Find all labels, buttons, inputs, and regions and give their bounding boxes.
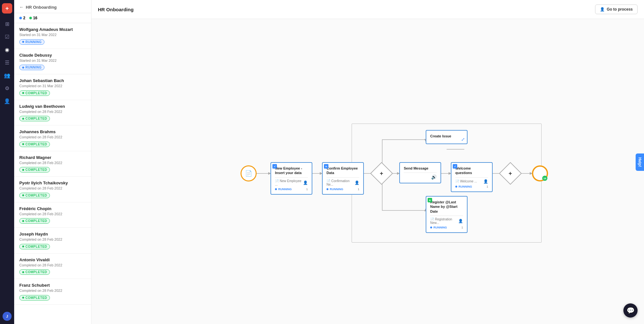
sidebar-item-name: Pyotr Ilyich Tchaikovsky (19, 181, 86, 185)
node-confirm-data[interactable]: H Confirm Employee Data 📄 Confirmation N… (322, 162, 364, 195)
page-title: HR Onboarding (98, 7, 134, 12)
status-dot (22, 67, 24, 69)
icon-sidebar: + ⊞ ☑ ◉ ☰ 👥 ⚙ 👤 J (0, 0, 14, 324)
node-send-message[interactable]: Send Message 🔊 (399, 162, 441, 183)
sidebar-item-status: COMPLETED (19, 269, 50, 275)
sidebar-item-5[interactable]: Richard Wagner Completed on 28 Feb 2022 … (14, 151, 91, 177)
back-arrow-icon: ← (19, 5, 24, 10)
user-avatar[interactable]: J (3, 312, 12, 321)
status-dot (22, 143, 24, 145)
create-issue-icon: ⤢ (461, 136, 465, 142)
main-header: HR Onboarding 👤 Go to process (91, 0, 644, 19)
go-to-process-icon: 👤 (600, 7, 605, 12)
node-new-employee[interactable]: ✓ New Employee - Insert your data 📄 New … (270, 162, 312, 195)
register-title: Register @Last Name by @Start Date (430, 200, 463, 214)
welcome-corner: ✓ (453, 164, 457, 169)
sidebar-item-status: COMPLETED (19, 116, 50, 121)
node-welcome-questions[interactable]: ✓ Welcome questions 📄 Welcome ... 👤 RUNN… (451, 162, 493, 192)
new-employee-user-icon: 👤 (303, 181, 308, 185)
confirm-data-title: Confirm Employee Data (327, 166, 359, 175)
status-dot (22, 169, 24, 171)
node-create-issue[interactable]: Create Issue ⤢ (426, 130, 468, 144)
sidebar-item-9[interactable]: Antonio Vivaldi Completed on 28 Feb 2022… (14, 254, 91, 279)
sidebar-item-name: Wolfgang Amadeus Mozart (19, 27, 86, 32)
node-register-name[interactable]: A Register @Last Name by @Start Date 📄 R… (426, 196, 468, 233)
sidebar-item-10[interactable]: Franz Schubert Completed on 28 Feb 2022 … (14, 279, 91, 305)
sidebar-item-status: COMPLETED (19, 193, 50, 198)
sidebar-item-3[interactable]: Ludwig van Beethoven Completed on 28 Feb… (14, 100, 91, 126)
sidebar-item-status: RUNNING (19, 39, 44, 45)
create-issue-title: Create Issue (430, 134, 463, 138)
new-employee-title: New Employee - Insert your data (275, 166, 308, 175)
confirm-data-corner: H (324, 164, 328, 169)
register-footer: 📄 Registration New... 👤 (430, 216, 463, 225)
send-message-title: Send Message (404, 166, 437, 171)
sidebar-item-status: COMPLETED (19, 167, 50, 172)
nav-docs-icon[interactable]: ☰ (1, 57, 13, 68)
sidebar-item-status: COMPLETED (19, 90, 50, 96)
register-user-icon: 👤 (458, 219, 463, 223)
sidebar-item-status: RUNNING (19, 65, 44, 70)
running-count: 2 (23, 16, 25, 20)
start-event: 📄 (241, 165, 257, 181)
status-dot (22, 194, 24, 196)
register-corner: A (428, 198, 432, 202)
go-to-process-label: Go to process (607, 7, 633, 12)
nav-workflow-icon[interactable]: ◉ (1, 44, 13, 55)
sidebar-item-name: Johannes Brahms (19, 129, 86, 134)
sidebar-item-name: Antonio Vivaldi (19, 257, 86, 262)
welcome-user-icon: 👤 (483, 179, 488, 184)
sidebar-item-name: Ludwig van Beethoven (19, 104, 86, 109)
go-to-process-button[interactable]: 👤 Go to process (595, 5, 638, 14)
sidebar-item-name: Claude Debussy (19, 53, 86, 58)
status-dot (22, 92, 24, 94)
nav-tasks-icon[interactable]: ☑ (1, 31, 13, 42)
sidebar-item-4[interactable]: Johannes Brahms Completed on 28 Feb 2022… (14, 125, 91, 151)
sidebar-item-date: Completed on 28 Feb 2022 (19, 289, 86, 292)
sidebar-item-7[interactable]: Frédéric Chopin Completed on 28 Feb 2022… (14, 202, 91, 228)
nav-settings-icon[interactable]: ⚙ (1, 82, 13, 94)
status-dot (22, 245, 24, 247)
sidebar-item-8[interactable]: Joseph Haydn Completed on 28 Feb 2022 CO… (14, 228, 91, 254)
send-message-footer: 🔊 (404, 172, 437, 180)
nav-grid-icon[interactable]: ⊞ (1, 18, 13, 30)
main-area: HR Onboarding 👤 Go to process (91, 0, 644, 324)
status-dot (22, 118, 24, 120)
status-dot (22, 220, 24, 222)
confirm-data-status: RUNNING 1 (327, 188, 359, 191)
sidebar-item-date: Completed on 28 Feb 2022 (19, 161, 86, 165)
sidebar-item-6[interactable]: Pyotr Ilyich Tchaikovsky Completed on 28… (14, 177, 91, 202)
sidebar-item-date: Completed on 28 Feb 2022 (19, 135, 86, 139)
nav-team-icon[interactable]: 👥 (1, 69, 13, 81)
flow-canvas: 📄 ✓ New Employee - Insert your data 📄 Ne… (91, 19, 644, 324)
register-status: RUNNING 1 (430, 226, 463, 229)
sidebar-item-1[interactable]: Claude Debussy Started on 31 Mar 2022 RU… (14, 49, 91, 75)
back-link[interactable]: ← HR Onboarding (19, 5, 86, 10)
sidebar-list: Wolfgang Amadeus Mozart Started on 31 Ma… (14, 23, 91, 324)
sidebar-item-name: Frédéric Chopin (19, 206, 86, 211)
sidebar-stats: 2 16 (14, 13, 91, 23)
chat-button[interactable]: 💬 (623, 303, 638, 318)
end-event: 16 (532, 165, 548, 181)
sidebar-item-date: Completed on 28 Feb 2022 (19, 110, 86, 114)
sidebar-item-status: COMPLETED (19, 244, 50, 249)
register-doc-icon: 📄 Registration New... (430, 218, 458, 225)
nav-people-icon[interactable]: 👤 (1, 95, 13, 107)
completed-count: 16 (33, 16, 37, 20)
sidebar-item-status: COMPLETED (19, 218, 50, 224)
app-logo[interactable]: + (2, 3, 12, 14)
sidebar-item-date: Started on 31 Mar 2022 (19, 33, 86, 37)
running-dot (19, 17, 22, 19)
welcome-doc-icon: 📄 Welcome ... (455, 180, 477, 183)
sidebar-item-status: COMPLETED (19, 295, 50, 301)
running-stat: 2 (19, 16, 25, 20)
sidebar-item-name: Johan Sebastian Bach (19, 78, 86, 83)
help-button[interactable]: Help! (636, 153, 644, 171)
new-employee-footer: 📄 New Employee ... 👤 (275, 177, 308, 186)
confirm-data-footer: 📄 Confirmation Ne... 👤 (327, 177, 359, 186)
sidebar-item-0[interactable]: Wolfgang Amadeus Mozart Started on 31 Ma… (14, 23, 91, 49)
sidebar-item-2[interactable]: Johan Sebastian Bach Completed on 31 Mar… (14, 74, 91, 100)
status-dot (22, 297, 24, 299)
confirm-data-doc-icon: 📄 Confirmation Ne... (327, 179, 355, 186)
sidebar-item-date: Completed on 31 Mar 2022 (19, 84, 86, 88)
